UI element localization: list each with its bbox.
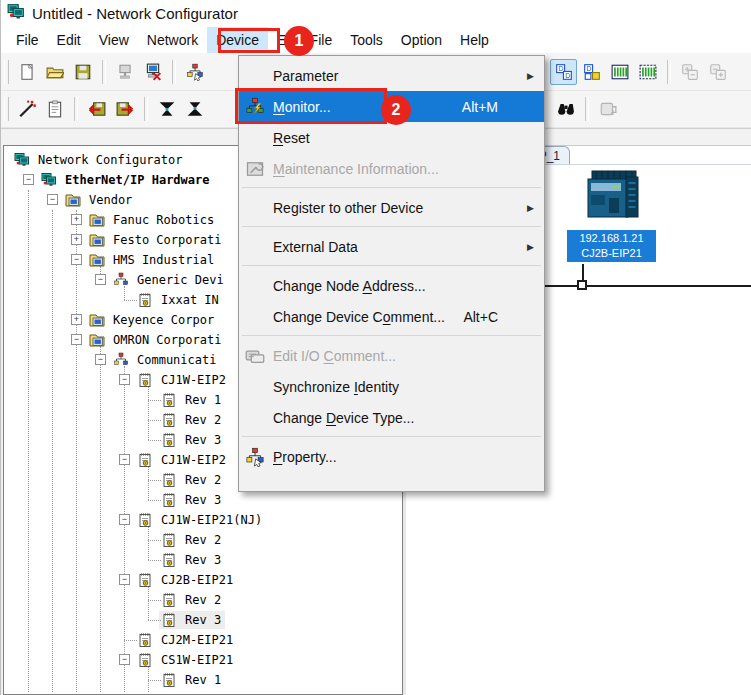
computer-icon <box>41 172 57 188</box>
toolbar-gripper[interactable] <box>4 60 9 84</box>
toolbar-button-clipboard-icon[interactable] <box>41 96 68 122</box>
folder-icon <box>89 332 105 348</box>
submenu-arrow-icon: ▶ <box>527 71 534 81</box>
collapse-box[interactable]: − <box>119 374 130 385</box>
collapse-box[interactable]: − <box>71 254 82 265</box>
toolbar-button-new-file-icon[interactable] <box>13 59 40 85</box>
tree-item-label: Rev 1 <box>185 390 221 410</box>
tree-item-rev-2-19[interactable]: Rev 2 <box>4 530 402 550</box>
menu-item-monitor[interactable]: Monitor...Alt+M <box>239 91 544 122</box>
menu-item-change-device-comment[interactable]: Change Device Comment...Alt+C <box>239 301 544 332</box>
collapse-box[interactable]: − <box>119 514 130 525</box>
tree-item-label: Rev 3 <box>185 430 221 450</box>
tree-item-label: CS1W-EIP21 <box>161 650 233 670</box>
menu-item-change-node-address[interactable]: Change Node Address... <box>239 270 544 301</box>
toolbar-button-save-icon[interactable] <box>69 59 96 85</box>
collapse-box[interactable]: − <box>95 274 106 285</box>
toolbar-button-setup-network-icon[interactable] <box>181 59 208 85</box>
menubar-item-option[interactable]: Option <box>392 27 451 53</box>
tree-item-cj2b-eip21[interactable]: −CJ2B-EIP21 <box>4 570 402 590</box>
menubar-item-view[interactable]: View <box>90 27 138 53</box>
device-icon <box>137 572 153 588</box>
layout-mixed-icon: D <box>583 63 601 81</box>
tree-guide-stub <box>148 680 161 682</box>
computer <box>14 152 30 168</box>
save-icon <box>74 63 92 81</box>
toolbar-button-wizard-icon[interactable] <box>13 96 40 122</box>
plc-icon <box>582 166 646 226</box>
tree-item-label: CJ2B-EIP21 <box>161 570 233 590</box>
menubar-item-network[interactable]: Network <box>138 27 207 53</box>
tree-item-rev-1-26[interactable]: Rev 1 <box>4 670 402 690</box>
toolbar-button-upload-floppy-icon[interactable] <box>83 96 110 122</box>
toolbar-button-download-floppy-icon[interactable] <box>111 96 138 122</box>
menu-item-register-to-other-device[interactable]: Register to other Device▶ <box>239 192 544 223</box>
menu-item-parameter[interactable]: Parameter▶ <box>239 60 544 91</box>
collapse-box[interactable]: − <box>71 334 82 345</box>
device <box>161 672 177 688</box>
menubar-item-file[interactable]: File <box>7 27 48 53</box>
folder <box>89 312 105 328</box>
menubar-item-help[interactable]: Help <box>451 27 498 53</box>
menu-item-synchronize-identity[interactable]: Synchronize Identity <box>239 371 544 402</box>
toolbar-button-table-green-icon[interactable] <box>606 59 633 85</box>
tree-item-cj2m-eip21[interactable]: CJ2M-EIP21 <box>4 630 402 650</box>
menu-item-label: Monitor... <box>273 99 331 115</box>
toolbar-button-open-folder-icon[interactable] <box>41 59 68 85</box>
toolbar-button-net-station-icon <box>111 59 138 85</box>
folder-icon <box>89 212 105 228</box>
toolbar-button-layout-mixed-icon[interactable]: D <box>578 59 605 85</box>
expand-box[interactable]: + <box>71 214 82 225</box>
tree-item-cs1w-eip21[interactable]: −CS1W-EIP21 <box>4 650 402 670</box>
remove-device-icon <box>709 63 727 81</box>
toolbar-button-table-green2-icon[interactable] <box>634 59 661 85</box>
tree-item-rev-3-17[interactable]: Rev 3 <box>4 490 402 510</box>
device <box>161 552 177 568</box>
expand-box[interactable]: + <box>71 234 82 245</box>
menu-item-reset[interactable]: Reset <box>239 122 544 153</box>
device <box>161 472 177 488</box>
menu-item-property[interactable]: Property... <box>239 441 544 472</box>
menubar-item-edit[interactable]: Edit <box>48 27 90 53</box>
fan-up-icon <box>186 100 204 118</box>
menu-item-external-data[interactable]: External Data▶ <box>239 231 544 262</box>
toolbar-button-fan-down-icon[interactable] <box>153 96 180 122</box>
menubar-item-eds-file[interactable]: EDS File <box>268 27 341 53</box>
menubar-item-device[interactable]: Device <box>207 27 268 53</box>
expand-box[interactable]: + <box>71 314 82 325</box>
toolbar-button-layout-blue-icon[interactable]: DD <box>550 59 577 85</box>
device-node-cj2b-eip21[interactable]: 192.168.1.21 CJ2B-EIP21 <box>561 166 666 262</box>
tree-item-rev-2-22[interactable]: Rev 2 <box>4 590 402 610</box>
collapse-box[interactable]: − <box>23 174 34 185</box>
menu-item-change-device-type[interactable]: Change Device Type... <box>239 402 544 433</box>
toolbar-button-binoculars-icon[interactable] <box>552 96 579 122</box>
device-icon <box>161 612 177 628</box>
toolbar-gripper[interactable] <box>4 97 9 121</box>
menu-item-label: Parameter <box>273 68 338 84</box>
device-icon <box>161 492 177 508</box>
tree-item-label: Ixxat IN <box>161 290 219 310</box>
menu-item-shortcut: Alt+M <box>462 99 498 115</box>
io-comment-icon <box>245 346 265 366</box>
toolbar-button-fan-up-icon[interactable] <box>181 96 208 122</box>
collapse-box[interactable]: − <box>47 194 58 205</box>
menu-bar: FileEditViewNetworkDeviceEDS FileToolsOp… <box>1 27 751 53</box>
collapse-box[interactable]: − <box>119 454 130 465</box>
tree-item-label: Rev 2 <box>185 470 221 490</box>
collapse-box[interactable]: − <box>119 574 130 585</box>
device-icon <box>137 372 153 388</box>
collapse-box[interactable]: − <box>119 654 130 665</box>
toolbar-button-remove-device-icon <box>704 59 731 85</box>
collapse-box[interactable]: − <box>95 354 106 365</box>
orgchart-icon <box>113 352 129 368</box>
device <box>137 512 153 528</box>
add-device-icon <box>681 63 699 81</box>
device <box>161 392 177 408</box>
toolbar-button-connect-network-icon[interactable] <box>139 59 166 85</box>
tree-item-cj1w-eip21-nj[interactable]: −CJ1W-EIP21(NJ) <box>4 510 402 530</box>
tree-item-rev-3-23[interactable]: Rev 3 <box>4 610 402 630</box>
device-icon <box>137 292 153 308</box>
menubar-item-tools[interactable]: Tools <box>341 27 392 53</box>
tree-item-rev-3-20[interactable]: Rev 3 <box>4 550 402 570</box>
device <box>137 572 153 588</box>
